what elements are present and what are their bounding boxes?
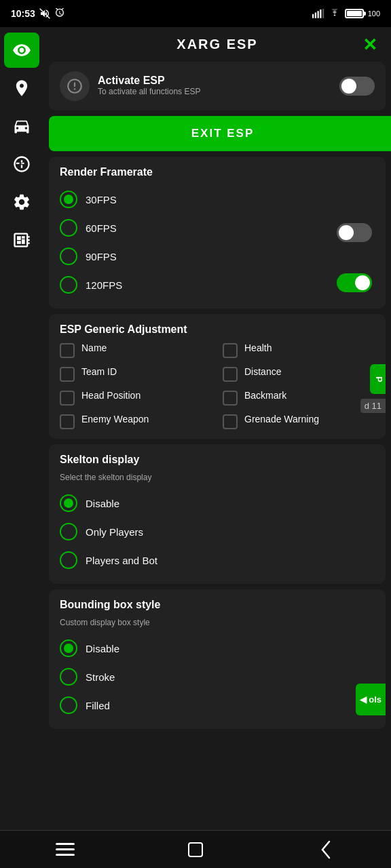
fps-toggle-2[interactable] xyxy=(337,273,372,292)
sidebar-item-settings[interactable] xyxy=(4,184,39,220)
skelton-title: Skelton display xyxy=(60,454,375,466)
fps-radio-120[interactable] xyxy=(60,276,77,294)
checkbox-headposition[interactable]: Head Position xyxy=(60,390,212,406)
status-left: 10:53 xyxy=(11,8,65,19)
svg-rect-1 xyxy=(312,14,314,18)
skelton-option-playersandbot[interactable]: Players and Bot xyxy=(60,546,375,574)
bounding-box-panel: Bounding box style Custom display box st… xyxy=(49,589,386,729)
app-container: XARG ESP ✕ Activate ESP To activate all … xyxy=(0,27,391,868)
svg-rect-6 xyxy=(56,843,75,845)
fps-label-60: 60FPS xyxy=(86,222,117,234)
tools-right-tab[interactable]: ◀ ols xyxy=(356,684,386,715)
checkbox-name-box[interactable] xyxy=(60,343,75,358)
bbox-radio-filled[interactable] xyxy=(60,696,77,714)
checkbox-enemyweapon-box[interactable] xyxy=(60,414,75,429)
checkbox-distance-box[interactable] xyxy=(223,367,238,382)
home-square-icon xyxy=(187,841,204,859)
checkbox-enemyweapon-label: Enemy Weapon xyxy=(81,414,149,425)
checkbox-name-label: Name xyxy=(81,342,107,353)
hamburger-icon xyxy=(56,843,75,856)
sidebar-item-car[interactable] xyxy=(4,108,39,144)
svg-rect-5 xyxy=(322,9,324,18)
checkbox-grenadewarning[interactable]: Grenade Warning xyxy=(223,414,375,429)
bbox-radio-disable[interactable] xyxy=(60,639,77,657)
checkbox-enemyweapon[interactable]: Enemy Weapon xyxy=(60,414,212,429)
fps-toggle-col xyxy=(337,192,375,292)
fps-option-120[interactable]: 120FPS xyxy=(60,271,337,299)
svg-rect-2 xyxy=(314,13,316,18)
bounding-box-title: Bounding box style xyxy=(60,599,375,611)
checkbox-headposition-label: Head Position xyxy=(81,390,141,401)
fps-radio-60[interactable] xyxy=(60,219,77,237)
content-scroll: Activate ESP To activate all functions E… xyxy=(43,62,391,868)
fps-options-row: 30FPS 60FPS 90FPS 120FPS xyxy=(60,185,375,299)
checkbox-headposition-box[interactable] xyxy=(60,391,75,406)
back-icon xyxy=(320,840,332,859)
checkbox-distance[interactable]: Distance xyxy=(223,366,375,382)
app-title: XARG ESP xyxy=(176,37,257,52)
skelton-label-disable: Disable xyxy=(86,498,119,509)
status-bar: 10:53 100 xyxy=(0,0,391,27)
sidebar xyxy=(0,27,43,868)
nav-back[interactable] xyxy=(305,836,346,863)
skelton-option-disable[interactable]: Disable xyxy=(60,489,375,517)
signal-icon xyxy=(312,9,324,18)
bbox-option-stroke[interactable]: Stroke xyxy=(60,663,375,691)
skelton-radio-playersandbot[interactable] xyxy=(60,551,77,569)
fps-option-90[interactable]: 90FPS xyxy=(60,242,337,271)
activate-esp-subtitle: To activate all functions ESP xyxy=(98,87,331,98)
esp-generic-panel: ESP Generic Adjustment Name Health Team … xyxy=(49,314,386,439)
battery-icon xyxy=(345,9,364,18)
sidebar-item-chip[interactable] xyxy=(4,222,39,258)
fps-option-60[interactable]: 60FPS xyxy=(60,214,337,242)
activate-esp-toggle[interactable] xyxy=(339,77,375,96)
fps-label-90: 90FPS xyxy=(86,251,117,262)
app-header: XARG ESP ✕ xyxy=(43,27,391,62)
activate-esp-row: Activate ESP To activate all functions E… xyxy=(60,71,375,101)
sidebar-item-eye[interactable] xyxy=(4,33,39,68)
checkbox-teamid-label: Team ID xyxy=(81,366,117,377)
esp-right-tab[interactable]: P xyxy=(370,364,386,395)
nav-menu[interactable] xyxy=(45,836,86,863)
render-framerate-title: Render Framerate xyxy=(60,166,375,178)
checkbox-teamid[interactable]: Team ID xyxy=(60,366,212,382)
esp-icon-container xyxy=(60,71,90,101)
fps-toggle-1[interactable] xyxy=(337,223,372,242)
svg-rect-4 xyxy=(320,9,321,18)
checkbox-name[interactable]: Name xyxy=(60,342,212,358)
fps-radio-30[interactable] xyxy=(60,191,77,208)
alarm-icon xyxy=(54,8,65,19)
fps-label-120: 120FPS xyxy=(86,279,122,291)
skelton-option-onlyplayers[interactable]: Only Players xyxy=(60,517,375,546)
checkbox-health[interactable]: Health xyxy=(223,342,375,358)
skelton-radio-disable[interactable] xyxy=(60,494,77,512)
esp-icon xyxy=(66,77,83,95)
close-button[interactable]: ✕ xyxy=(362,34,377,55)
checkbox-grenadewarning-box[interactable] xyxy=(223,414,238,429)
time-display: 10:53 xyxy=(11,8,35,19)
svg-rect-9 xyxy=(189,843,202,856)
skelton-label-onlyplayers: Only Players xyxy=(86,526,143,538)
activate-esp-title: Activate ESP xyxy=(98,75,331,87)
main-content: XARG ESP ✕ Activate ESP To activate all … xyxy=(43,27,391,868)
exit-esp-button[interactable]: EXIT ESP xyxy=(49,116,391,151)
bbox-label-stroke: Stroke xyxy=(86,671,115,683)
checkbox-grenadewarning-label: Grenade Warning xyxy=(244,414,319,425)
wifi-icon xyxy=(329,9,341,18)
nav-home[interactable] xyxy=(175,836,216,863)
fps-option-30[interactable]: 30FPS xyxy=(60,185,337,214)
sidebar-item-crosshair[interactable] xyxy=(4,146,39,182)
checkbox-backmark-box[interactable] xyxy=(223,391,238,406)
render-framerate-panel: Render Framerate 30FPS 60FPS xyxy=(49,157,386,309)
bbox-option-disable[interactable]: Disable xyxy=(60,634,375,663)
sidebar-item-location[interactable] xyxy=(4,71,39,106)
checkbox-teamid-box[interactable] xyxy=(60,367,75,382)
fps-radio-90[interactable] xyxy=(60,248,77,265)
bbox-radio-stroke[interactable] xyxy=(60,668,77,686)
svg-rect-3 xyxy=(317,11,318,18)
checkbox-backmark[interactable]: Backmark xyxy=(223,390,375,406)
bbox-option-filled[interactable]: Filled xyxy=(60,691,375,719)
checkbox-health-box[interactable] xyxy=(223,343,238,358)
skelton-radio-onlyplayers[interactable] xyxy=(60,523,77,540)
nav-bar xyxy=(0,830,391,868)
